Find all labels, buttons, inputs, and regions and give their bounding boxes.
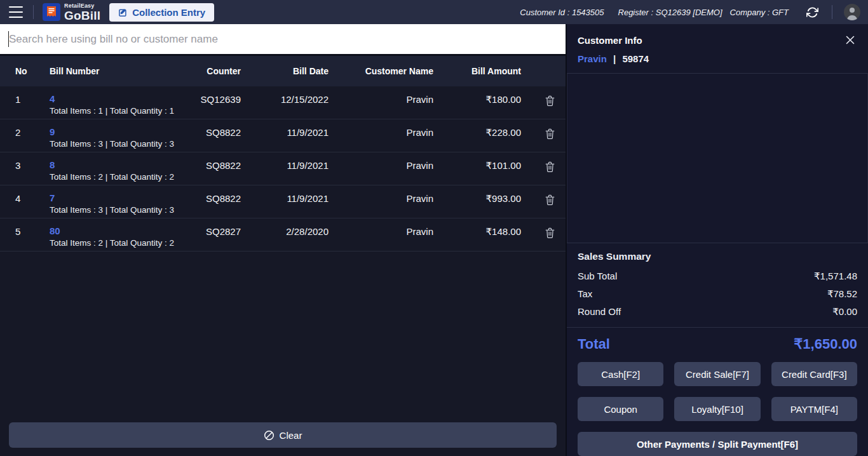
other-payments-button[interactable]: Other Payments / Split Payment[F6] [578,432,857,456]
tax-label: Tax [578,288,592,300]
table-row: 3 8 Total Items : 2 | Total Quantity : 2… [0,152,566,185]
bill-details: Total Items : 3 | Total Quantity : 3 [50,139,184,149]
table-row: 5 80 Total Items : 2 | Total Quantity : … [0,218,566,251]
row-no: 1 [0,93,41,105]
roundoff-value: ₹0.00 [832,306,857,318]
summary-row: Sub Total ₹1,571.48 [578,267,857,285]
customer-id-text: Customer Id : 1543505 [520,8,604,17]
row-bill-amount: ₹228.00 [433,126,521,138]
delete-bill-icon[interactable] [543,159,557,174]
subtotal-value: ₹1,571.48 [814,271,857,282]
customer-summary: Pravin | 59874 [578,53,857,73]
header-bill-number: Bill Number [41,66,184,76]
refresh-icon[interactable] [803,6,822,18]
row-bill-amount: ₹180.00 [433,93,521,105]
brand-name-top: RetailEasy [64,3,100,9]
bill-details: Total Items : 2 | Total Quantity : 2 [50,238,184,248]
row-bill-amount: ₹148.00 [433,225,521,238]
company-text: Company : GFT [730,8,789,17]
delete-bill-icon[interactable] [543,225,557,240]
row-counter: SQ2827 [184,225,241,238]
tax-value: ₹78.52 [827,288,857,300]
row-customer-name: Pravin [329,126,433,138]
brand-name-bottom: GoBill [64,10,100,22]
delete-bill-icon[interactable] [543,126,557,141]
text-caret [8,31,9,47]
close-icon[interactable] [843,33,857,47]
row-counter: SQ12639 [184,93,241,105]
total-section: Total ₹1,650.00 [567,327,868,361]
register-text: Register : SQ12639 [DEMO] [618,8,722,17]
customer-details-empty [567,73,868,243]
customer-info-title: Customer Info [578,35,642,46]
row-bill-amount: ₹993.00 [433,192,521,205]
payment-panel: Customer Info Pravin | 59874 Sales Summa… [566,24,868,456]
search-bar [0,24,566,54]
row-no: 5 [0,225,41,238]
coupon-button[interactable]: Coupon [578,397,663,421]
total-value: ₹1,650.00 [794,336,857,352]
table-header: No Bill Number Counter Bill Date Custome… [0,56,566,86]
row-customer-name: Pravin [329,192,433,205]
paytm-button[interactable]: PAYTM[F4] [771,397,857,421]
row-no: 3 [0,159,41,171]
row-customer-name: Pravin [329,93,433,105]
table-row: 2 9 Total Items : 3 | Total Quantity : 3… [0,119,566,152]
delete-bill-icon[interactable] [543,192,557,207]
row-no: 2 [0,126,41,138]
cash-button[interactable]: Cash[F2] [578,362,663,386]
credit-card-button[interactable]: Credit Card[F3] [771,362,857,386]
sales-summary-section: Sales Summary Sub Total ₹1,571.48 Tax ₹7… [567,243,868,327]
total-label: Total [578,336,610,352]
bill-number-link[interactable]: 7 [50,192,184,204]
bill-number-link[interactable]: 80 [50,225,184,237]
ban-icon [264,430,275,441]
user-avatar-icon[interactable] [844,4,860,20]
topbar: RetailEasy GoBill Collection Entry Custo… [0,0,868,24]
header-bill-amount: Bill Amount [433,66,521,76]
main-area: No Bill Number Counter Bill Date Custome… [0,24,868,456]
row-bill-date: 12/15/2022 [241,93,329,105]
bill-number-link[interactable]: 8 [50,159,184,171]
header-no: No [0,66,41,76]
menu-icon[interactable] [8,6,24,18]
sales-summary-title: Sales Summary [578,251,857,262]
row-bill-date: 11/9/2021 [241,126,329,138]
customer-number: 59874 [622,53,649,64]
row-no: 4 [0,192,41,205]
customer-separator: | [613,53,616,64]
table-row: 1 4 Total Items : 1 | Total Quantity : 1… [0,86,566,119]
bill-details: Total Items : 1 | Total Quantity : 1 [50,106,184,116]
search-input[interactable] [0,24,566,54]
row-counter: SQ8822 [184,159,241,171]
summary-row: Round Off ₹0.00 [578,303,857,321]
table-row: 4 7 Total Items : 3 | Total Quantity : 3… [0,185,566,218]
loyalty-button[interactable]: Loyalty[F10] [674,397,760,421]
row-bill-date: 11/9/2021 [241,159,329,171]
clear-button[interactable]: Clear [9,422,557,448]
table-empty-area [0,251,566,422]
tab-collection-entry[interactable]: Collection Entry [109,3,214,22]
row-bill-date: 2/28/2020 [241,225,329,238]
roundoff-label: Round Off [578,306,621,318]
payment-buttons: Cash[F2] Credit Sale[F7] Credit Card[F3]… [567,361,868,421]
delete-bill-icon[interactable] [543,93,557,108]
row-customer-name: Pravin [329,159,433,171]
edit-square-icon [118,8,128,17]
customer-info-header: Customer Info Pravin | 59874 [567,24,868,73]
topbar-divider-right [832,5,832,19]
header-customer-name: Customer Name [329,66,433,76]
tab-label: Collection Entry [132,7,205,18]
summary-row: Tax ₹78.52 [578,285,857,303]
bill-number-link[interactable]: 4 [50,93,184,105]
row-customer-name: Pravin [329,225,433,238]
bill-number-link[interactable]: 9 [50,126,184,138]
app-logo: RetailEasy GoBill [43,3,100,22]
bills-section: No Bill Number Counter Bill Date Custome… [0,24,566,456]
row-bill-date: 11/9/2021 [241,192,329,205]
header-counter: Counter [184,66,241,76]
header-bill-date: Bill Date [241,66,329,76]
row-bill-amount: ₹101.00 [433,159,521,171]
credit-sale-button[interactable]: Credit Sale[F7] [674,362,760,386]
topbar-divider [33,5,34,19]
